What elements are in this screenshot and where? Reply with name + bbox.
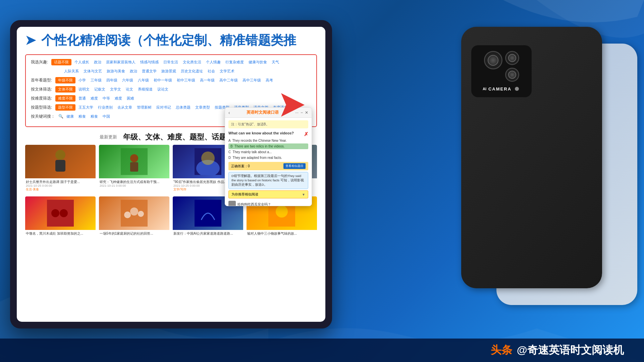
camera-lens-inner-left xyxy=(488,55,498,66)
recommend-item[interactable]: 给狗狗吃西瓜安全吗？ xyxy=(228,200,308,206)
filter-item[interactable]: 普通 xyxy=(77,95,88,102)
svg-point-21 xyxy=(276,205,288,218)
filter-item[interactable]: 文章类型 xyxy=(194,104,212,111)
bottom-bar: 头条 @奇速英语时文阅读机 xyxy=(0,339,644,362)
filter-item[interactable]: 历史文化遗址 xyxy=(179,68,205,74)
filter-item[interactable]: 困难 xyxy=(125,95,136,102)
phone-back-left: AI CAMERA xyxy=(461,27,602,288)
filter-item[interactable]: 说明文 xyxy=(77,86,91,93)
filter-item[interactable]: 高考 xyxy=(264,77,275,83)
filter-item[interactable]: 养殖报道 xyxy=(136,86,154,93)
filter-item[interactable]: 健康与饮食 xyxy=(247,59,269,65)
tablet-screen: ➤ 个性化精准阅读（个性化定制、精准错题类推 我选兴趣: 话题不限 个人成长 政… xyxy=(17,27,325,322)
filter-item[interactable]: 个人成长 xyxy=(73,59,91,65)
answer-option-c[interactable]: C They mainly talk about a... xyxy=(228,149,308,155)
keyword-item[interactable]: 粮食 xyxy=(89,113,100,120)
filter-item[interactable]: 去从文章 xyxy=(116,104,134,111)
keyword-item[interactable]: 粮食 xyxy=(77,113,88,120)
tablet-body: ➤ 个性化精准阅读（个性化定制、精准错题类推 我选兴趣: 话题不限 个人成长 政… xyxy=(10,20,332,328)
filter-item[interactable]: 管理新鲜 xyxy=(135,104,153,111)
filter-item[interactable]: 政治 xyxy=(128,68,139,74)
filter-item[interactable]: 日常生活 xyxy=(162,59,180,65)
filter-item[interactable]: 文化类生活 xyxy=(181,59,203,65)
filter-item[interactable]: 社会 xyxy=(206,68,217,74)
filter-item[interactable]: 八年级 xyxy=(136,77,151,83)
filter-item[interactable]: 总体类题 xyxy=(174,104,192,111)
filter-tag-interest[interactable]: 话题不限 xyxy=(51,59,71,65)
filter-item[interactable]: 应对书记 xyxy=(155,104,173,111)
article-thumbnail xyxy=(99,145,169,178)
filter-item[interactable]: 四年级 xyxy=(105,77,119,83)
article-card[interactable]: 好士兵整齐外出走路调 国子于是爱... 2021-10-25 0:00:00 生… xyxy=(25,145,96,193)
filter-item[interactable]: 六年级 xyxy=(120,77,135,83)
camera-text-left: CAMERA xyxy=(488,86,512,92)
article-card[interactable]: 研究：飞种健康的生活方式或有助干预... 2021-10-21 0:00:00 xyxy=(99,145,169,193)
filter-item[interactable]: 旅游与美食 xyxy=(105,68,127,74)
filter-item[interactable]: 居家和家居装饰人 xyxy=(104,59,137,65)
article-caption: 输对人物中三小物故事气味的故... xyxy=(247,230,317,237)
filter-tag-genre[interactable]: 文体不限 xyxy=(55,86,75,93)
filter-item[interactable]: 中等 xyxy=(101,95,112,102)
filter-item[interactable]: 高中三年级 xyxy=(241,77,263,83)
filter-item[interactable]: 文学文 xyxy=(108,86,123,93)
expand-icon[interactable]: ▼ xyxy=(302,193,305,196)
screen-title: ➤ 个性化精准阅读（个性化定制、精准错题类推 xyxy=(25,33,317,48)
filter-item[interactable]: 个人情趣 xyxy=(204,59,222,65)
correct-answer-label: 正确答案：0 xyxy=(231,164,250,169)
filter-item[interactable]: 天气 xyxy=(270,59,281,65)
svg-point-14 xyxy=(60,209,68,217)
filter-item[interactable]: 难度 xyxy=(89,95,100,102)
answer-bar: 正确答案：0 查看相似题目 xyxy=(228,162,308,170)
svg-point-18 xyxy=(138,211,144,217)
filter-item[interactable]: 文体与文艺 xyxy=(82,68,104,74)
article-card[interactable]: 中墩名，黑川木成灶 加班助努加的之... xyxy=(25,196,96,237)
filter-item[interactable]: 政治 xyxy=(92,59,103,65)
filter-tag-type[interactable]: 题型不限 xyxy=(55,104,75,111)
filter-item[interactable]: 三年级 xyxy=(89,77,103,83)
filter-row-interest-2: 人际关系 文体与文艺 旅游与美食 政治 普通文学 旅游景观 历史文化遗址 社会 … xyxy=(31,68,311,74)
answer-option-b[interactable]: B There are two relics in the videos. 错题… xyxy=(228,143,308,149)
filter-item[interactable]: 高一年级 xyxy=(198,77,216,83)
filter-item[interactable]: 议论文 xyxy=(156,86,170,93)
filter-item[interactable]: 高中二年级 xyxy=(218,77,239,83)
answer-option-d[interactable]: D They are adapted from real facts. xyxy=(228,155,308,161)
filter-item[interactable]: 难度 xyxy=(113,95,124,102)
bottom-text: 头条 @奇速英语时文阅读机 xyxy=(491,343,624,358)
brand-label: 头条 xyxy=(491,344,512,356)
secondary-camera-lens-left xyxy=(505,51,519,65)
filter-item[interactable]: 普通文学 xyxy=(140,68,158,74)
filter-item[interactable]: 人际关系 xyxy=(62,68,80,74)
filter-item[interactable]: 记叙文 xyxy=(93,86,107,93)
filter-item[interactable]: 文学艺术 xyxy=(218,68,236,74)
svg-rect-5 xyxy=(130,162,138,172)
filter-item[interactable]: 情感与情感 xyxy=(139,59,160,65)
filter-item[interactable]: 旅游景观 xyxy=(160,68,178,74)
svg-point-4 xyxy=(130,154,138,162)
filter-item[interactable]: 行复杂难度 xyxy=(224,59,246,65)
back-button[interactable]: ‹ xyxy=(228,110,230,115)
keyword-item[interactable]: 健康 xyxy=(65,113,75,120)
filter-item[interactable]: 论文 xyxy=(124,86,135,93)
svg-point-8 xyxy=(201,152,215,165)
filter-item[interactable]: 王五大学 xyxy=(77,104,95,111)
camera-lenses-row-left xyxy=(484,51,519,82)
latest-update-label: 最新更新 xyxy=(100,134,117,140)
filter-label-genre: 按文体筛选: xyxy=(31,86,52,92)
keyword-item[interactable]: 中国 xyxy=(101,113,112,120)
article-card[interactable]: 一场5年的1家庭厨的记的社的回答... xyxy=(99,196,169,237)
panel-note: 注：引发"热议"、放适B。 xyxy=(228,120,308,128)
article-caption: 研究：飞种健康的生活方式或有助干预... 2021-10-21 0:00:00 xyxy=(99,178,169,189)
filter-item[interactable]: 行业类别 xyxy=(96,104,114,111)
view-similar-button[interactable]: 查看相似题目 xyxy=(283,163,306,169)
article-thumbnail xyxy=(25,145,96,178)
filter-tag-grade[interactable]: 年级不限 xyxy=(55,77,75,83)
article-caption: 一场5年的1家庭厨的记的社的回答... xyxy=(99,230,169,237)
camera-dot-left xyxy=(515,87,519,91)
filter-item[interactable]: 初中三年级 xyxy=(175,77,197,83)
filter-tag-difficulty[interactable]: 难度不限 xyxy=(55,95,75,102)
filter-item[interactable]: 小学 xyxy=(77,77,88,83)
camera-lens-inner xyxy=(508,71,516,79)
filter-label-difficulty: 按难度筛选: xyxy=(31,96,52,101)
answer-option-a[interactable]: A They records the Chinese New Year. xyxy=(228,138,308,143)
filter-item[interactable]: 初中一年级 xyxy=(152,77,174,83)
